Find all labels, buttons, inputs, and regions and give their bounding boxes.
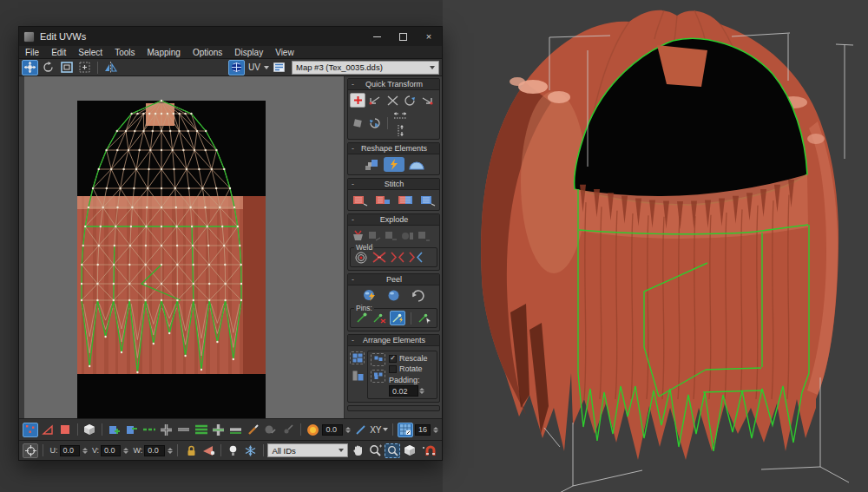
- weld-selected-button[interactable]: [372, 250, 387, 265]
- vertex-mode-button[interactable]: [23, 423, 38, 437]
- collapse-icon[interactable]: -: [352, 215, 354, 224]
- brush-size-spinner[interactable]: [433, 427, 438, 433]
- pin-tool-button[interactable]: [353, 311, 369, 325]
- pack-normalize-button[interactable]: [350, 351, 365, 364]
- menu-mapping[interactable]: Mapping: [148, 48, 181, 57]
- pan-button[interactable]: [350, 443, 365, 458]
- menu-options[interactable]: Options: [193, 48, 222, 57]
- snap-button[interactable]: [419, 443, 438, 458]
- menu-tools[interactable]: Tools: [115, 48, 135, 57]
- material-id-filter-dropdown[interactable]: All IDs: [267, 443, 348, 457]
- stitch-to-target-button[interactable]: [373, 193, 392, 207]
- align-v-spacing-button[interactable]: [392, 124, 408, 136]
- rotate-checkbox[interactable]: [389, 365, 397, 373]
- viewport-3d[interactable]: [443, 0, 868, 492]
- map-list-button[interactable]: [271, 60, 287, 75]
- rollout-header[interactable]: - Peel: [348, 274, 439, 285]
- brush-size-input[interactable]: 16: [415, 424, 431, 436]
- element-mode-button[interactable]: [82, 423, 97, 437]
- polygon-mode-button[interactable]: [57, 423, 73, 437]
- rollout-header[interactable]: - Arrange Elements: [348, 335, 439, 346]
- align-h-spacing-button[interactable]: [392, 109, 408, 121]
- quick-move-selected-button[interactable]: [350, 93, 365, 108]
- minimize-button[interactable]: [364, 27, 390, 46]
- stitch-custom-button[interactable]: [351, 193, 370, 207]
- stitch-to-source-button[interactable]: [418, 193, 437, 207]
- padding-spinner[interactable]: [419, 388, 424, 394]
- rollout-header[interactable]: - Quick Transform: [348, 79, 439, 90]
- zoom-extents-button[interactable]: [402, 443, 418, 458]
- menu-display[interactable]: Display: [234, 48, 263, 57]
- soft-selection-button[interactable]: [305, 423, 320, 437]
- show-hidden-button[interactable]: [226, 443, 241, 458]
- pack-bars-button[interactable]: [350, 368, 365, 383]
- titlebar[interactable]: Edit UVWs ×: [19, 27, 442, 46]
- free-rotate-button[interactable]: [350, 115, 365, 130]
- rescale-checkbox[interactable]: ✓: [389, 355, 397, 363]
- quick-transform-widget-button[interactable]: [201, 443, 216, 458]
- falloff-value-input[interactable]: 0.0: [322, 424, 343, 436]
- rotate-cw-button[interactable]: [367, 115, 383, 130]
- align-horizontal-button[interactable]: [367, 93, 383, 108]
- rollout-header[interactable]: - Reshape Elements: [348, 143, 439, 154]
- close-button[interactable]: ×: [416, 27, 442, 46]
- w-spinner[interactable]: [168, 448, 173, 454]
- maximize-button[interactable]: [390, 27, 416, 46]
- pin-select-button[interactable]: [417, 311, 432, 325]
- auto-pin-button[interactable]: [390, 311, 405, 325]
- rollout-header[interactable]: - Stitch: [348, 179, 439, 190]
- mirror-tool-button[interactable]: [102, 60, 119, 75]
- rescale-elements-button[interactable]: [371, 370, 385, 383]
- peel-mode-button[interactable]: [385, 288, 404, 303]
- relax-until-flat-button[interactable]: [384, 157, 404, 172]
- show-map-button[interactable]: [228, 60, 245, 75]
- paint-select-button[interactable]: [246, 423, 261, 437]
- rotate-tool-button[interactable]: [40, 60, 56, 75]
- collapse-icon[interactable]: -: [352, 80, 354, 89]
- weld-target-button[interactable]: [353, 250, 369, 265]
- weld-any-button[interactable]: [408, 250, 424, 265]
- collapse-icon[interactable]: -: [352, 336, 354, 344]
- padding-input[interactable]: 0.02: [389, 385, 418, 397]
- freeze-button[interactable]: [243, 443, 259, 458]
- scale-tool-button[interactable]: [58, 60, 75, 75]
- paint-map-button[interactable]: [398, 423, 413, 437]
- rotate-ccw-button[interactable]: [402, 93, 418, 108]
- collapse-icon[interactable]: -: [352, 275, 354, 284]
- space-diagonal-button[interactable]: [385, 93, 400, 108]
- u-spinner[interactable]: [82, 448, 88, 454]
- ring-grow-button[interactable]: [211, 423, 227, 437]
- flatten-by-smoothing-button[interactable]: [350, 228, 365, 243]
- grow-selection-button[interactable]: [107, 423, 122, 437]
- peel-reset-button[interactable]: [409, 288, 428, 303]
- flatten-mapping-button[interactable]: [399, 228, 415, 243]
- uv-space-label[interactable]: UV: [248, 62, 260, 72]
- shrink-selection-button[interactable]: [124, 423, 140, 437]
- zoom-region-button[interactable]: [385, 443, 400, 458]
- menu-view[interactable]: View: [275, 48, 294, 57]
- align-vertical-button[interactable]: [419, 93, 435, 108]
- u-coordinate-input[interactable]: 0.0: [60, 445, 80, 456]
- edge-distance-button[interactable]: [352, 423, 368, 437]
- edge-mode-button[interactable]: [40, 423, 56, 437]
- flatten-by-angle-button[interactable]: [366, 228, 382, 243]
- falloff-spinner[interactable]: [345, 427, 351, 433]
- loop-shrink-button[interactable]: [176, 423, 192, 437]
- v-spinner[interactable]: [123, 448, 128, 454]
- select-loop-button[interactable]: [141, 423, 157, 437]
- absolute-typein-button[interactable]: [23, 443, 38, 458]
- rollout-collapsed-partial[interactable]: [347, 405, 440, 411]
- quick-peel-button[interactable]: [360, 288, 379, 303]
- move-tool-button[interactable]: [22, 60, 38, 75]
- weld-break-button[interactable]: [390, 250, 405, 265]
- collapse-icon[interactable]: -: [352, 180, 354, 188]
- pack-tight-button[interactable]: [371, 353, 385, 366]
- falloff-space-label[interactable]: XY: [370, 425, 381, 435]
- menu-file[interactable]: File: [25, 48, 39, 57]
- xy-dropdown-caret[interactable]: [383, 428, 388, 431]
- freeform-tool-button[interactable]: [76, 60, 93, 75]
- ring-shrink-button[interactable]: [228, 423, 244, 437]
- flatten-by-material-button[interactable]: [383, 228, 398, 243]
- rollout-header[interactable]: - Explode: [348, 214, 439, 226]
- relax-tool-button[interactable]: [406, 157, 427, 172]
